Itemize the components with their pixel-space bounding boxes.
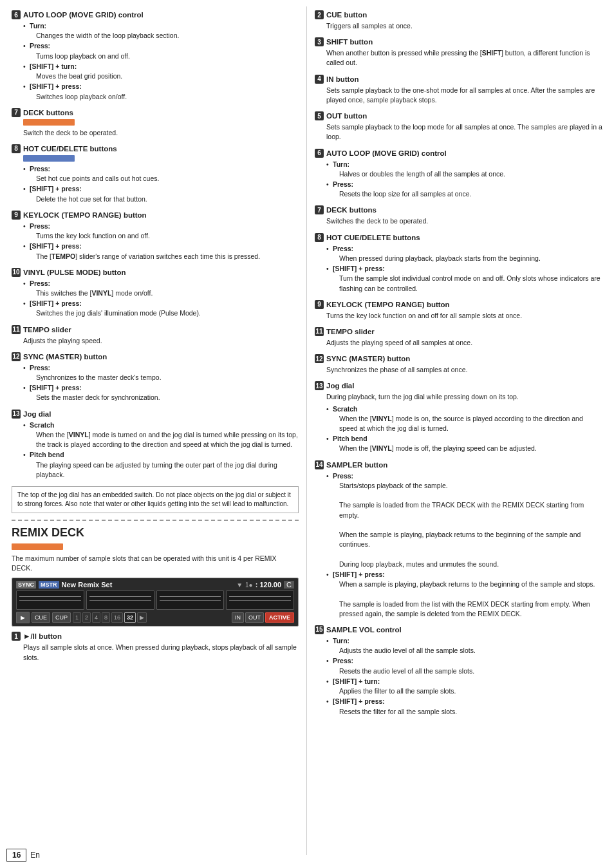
section-right-7-title: 7 DECK buttons — [315, 205, 602, 214]
section-right-9-body: Turns the key lock function on and off f… — [315, 311, 602, 321]
section-right-13-title: 13 Jog dial — [315, 381, 602, 390]
in-button[interactable]: IN — [232, 612, 244, 623]
section-left-7-title: 7 DECK buttons — [12, 108, 299, 117]
section-left-8-body: Press:Set hot cue points and calls out h… — [12, 155, 299, 204]
section-right-7-body: Switches the deck to be operated. — [315, 216, 602, 226]
list-item: Press:Turns the key lock function on and… — [23, 222, 299, 241]
section-right-3-body: When another button is pressed while pre… — [315, 48, 602, 68]
section-remix-1-title: 1 ►/II button — [12, 632, 299, 641]
section-left-6-body: Turn:Changes the width of the loop playb… — [12, 21, 299, 102]
list-item: Press:Turns loop playback on and off. — [23, 41, 299, 61]
section-num-3-right: 3 — [315, 37, 324, 46]
active-badge: ACTIVE — [265, 612, 294, 623]
bullet-list: Press:Synchronizes to the master deck's … — [23, 363, 299, 403]
section-left-12-title: 12 SYNC (MASTER) button — [12, 352, 299, 361]
list-item: Press:When pressed during playback, play… — [326, 244, 602, 263]
section-left-10-title: 10 VINYL (PULSE MODE) button — [12, 268, 299, 277]
bullet-list: Press: Starts/stops playback of the samp… — [326, 471, 602, 619]
left-column: 6 AUTO LOOP (MOVE GRID) control Turn:Cha… — [0, 6, 307, 855]
play-button[interactable]: ► — [16, 612, 30, 623]
section-right-2: 2 CUE button Triggers all samples at onc… — [315, 10, 602, 31]
num-1[interactable]: 1 — [73, 612, 81, 623]
hot-cue-color-bar-left — [23, 155, 75, 162]
section-left-9-body: Press:Turns the key lock function on and… — [12, 222, 299, 261]
num-2[interactable]: 2 — [82, 612, 91, 623]
deck-in-out: IN OUT ACTIVE — [232, 612, 294, 623]
list-item: [SHIFT] + turn:Moves the beat grid posit… — [23, 62, 299, 81]
list-item: Pitch bend When the [VINYL] mode is off,… — [326, 434, 602, 453]
section-right-9: 9 KEYLOCK (TEMPO RANGE) button Turns the… — [315, 300, 602, 321]
list-item: [SHIFT] + press:Switches the jog dials' … — [23, 299, 299, 318]
section-left-11-title: 11 TEMPO slider — [12, 325, 299, 334]
remix-deck-desc: The maximum number of sample slots that … — [12, 554, 299, 572]
list-item: [SHIFT] + press:Switches loop playback o… — [23, 82, 299, 101]
section-num-2-right: 2 — [315, 10, 324, 19]
section-num-5-right: 5 — [315, 111, 324, 120]
section-right-4-title: 4 IN button — [315, 75, 602, 84]
section-right-8: 8 HOT CUE/DELETE buttons Press:When pres… — [315, 233, 602, 294]
section-left-13-title: 13 Jog dial — [12, 410, 299, 419]
num-16[interactable]: 16 — [111, 612, 123, 623]
section-left-13-body: Scratch When the [VINYL] mode is turned … — [12, 420, 299, 480]
section-right-3: 3 SHIFT button When another button is pr… — [315, 37, 602, 68]
section-right-11-body: Adjusts the playing speed of all samples… — [315, 338, 602, 348]
section-left-9: 9 KEYLOCK (TEMPO RANGE) button Press:Tur… — [12, 211, 299, 261]
section-right-8-body: Press:When pressed during playback, play… — [315, 244, 602, 294]
num-arrow[interactable]: ▶ — [137, 612, 147, 623]
num-8[interactable]: 8 — [102, 612, 110, 623]
deck-dropdown-arrow[interactable]: ▼ — [236, 581, 243, 589]
list-item: [SHIFT] + press:Delete the hot cue set f… — [23, 184, 299, 203]
deck-track-1 — [16, 590, 84, 610]
deck-key: C — [284, 581, 294, 589]
page-footer: 16 En — [6, 849, 40, 862]
list-item: [SHIFT] + turn:Applies the filter to all… — [326, 677, 602, 696]
note-box: The top of the jog dial has an embedded … — [12, 486, 299, 513]
cue-button[interactable]: CUE — [32, 612, 50, 623]
num-32-active[interactable]: 32 — [124, 612, 136, 623]
list-item: Turn:Adjusts the audio level of all the … — [326, 636, 602, 656]
section-right-12: 12 SYNC (MASTER) button Synchronizes the… — [315, 354, 602, 375]
track-line — [19, 596, 81, 597]
section-left-6: 6 AUTO LOOP (MOVE GRID) control Turn:Cha… — [12, 10, 299, 102]
list-item: Press:This switches the [VINYL] mode on/… — [23, 279, 299, 298]
cup-button[interactable]: CUP — [52, 612, 71, 623]
section-left-11-body: Adjusts the playing speed. — [12, 336, 299, 346]
section-right-4: 4 IN button Sets sample playback to the … — [315, 75, 602, 105]
section-right-11-title: 11 TEMPO slider — [315, 327, 602, 336]
deck-tracks — [16, 590, 294, 610]
section-right-2-title: 2 CUE button — [315, 10, 602, 19]
section-num-7-left: 7 — [12, 108, 21, 117]
track-line2 — [19, 600, 81, 601]
section-num-6-left: 6 — [12, 10, 21, 19]
section-right-6: 6 AUTO LOOP (MOVE GRID) control Turn:Hal… — [315, 149, 602, 200]
page-container: 6 AUTO LOOP (MOVE GRID) control Turn:Cha… — [0, 0, 614, 868]
section-left-13: 13 Jog dial Scratch When the [VINYL] mod… — [12, 410, 299, 480]
section-num-13-left: 13 — [12, 410, 21, 419]
track-line — [89, 596, 151, 597]
section-right-13-body: During playback, turn the jog dial while… — [315, 392, 602, 453]
bullet-list: Press:Set hot cue points and calls out h… — [23, 164, 299, 204]
section-right-4-body: Sets sample playback to the one-shot mod… — [315, 86, 602, 105]
section-left-10: 10 VINYL (PULSE MODE) button Press:This … — [12, 268, 299, 319]
out-button[interactable]: OUT — [245, 612, 264, 623]
section-right-6-body: Turn:Halves or doubles the length of all… — [315, 160, 602, 200]
section-num-remix-1: 1 — [12, 632, 21, 641]
section-right-7: 7 DECK buttons Switches the deck to be o… — [315, 205, 602, 226]
section-num-8-right: 8 — [315, 233, 324, 242]
section-right-5: 5 OUT button Sets sample playback to the… — [315, 111, 602, 142]
num-4[interactable]: 4 — [92, 612, 100, 623]
section-num-9-left: 9 — [12, 211, 21, 220]
section-right-15-body: Turn:Adjusts the audio level of all the … — [315, 636, 602, 717]
section-right-12-body: Synchronizes the phase of all samples at… — [315, 365, 602, 375]
section-num-12-right: 12 — [315, 354, 324, 363]
deck-track-3 — [156, 590, 225, 610]
section-left-7: 7 DECK buttons Switch the deck to be ope… — [12, 108, 299, 138]
list-item: [SHIFT] + press:Resets the filter for al… — [326, 697, 602, 716]
section-right-11: 11 TEMPO slider Adjusts the playing spee… — [315, 327, 602, 348]
right-column: 2 CUE button Triggers all samples at onc… — [307, 6, 614, 855]
remix-deck-color-bar — [12, 543, 63, 550]
deck-top-row: SYNC MSTR New Remix Set ▼ 1● : 120.00 C — [16, 581, 294, 589]
bullet-list: Scratch When the [VINYL] mode is turned … — [23, 420, 299, 480]
section-num-4-right: 4 — [315, 75, 324, 84]
section-left-9-title: 9 KEYLOCK (TEMPO RANGE) button — [12, 211, 299, 220]
